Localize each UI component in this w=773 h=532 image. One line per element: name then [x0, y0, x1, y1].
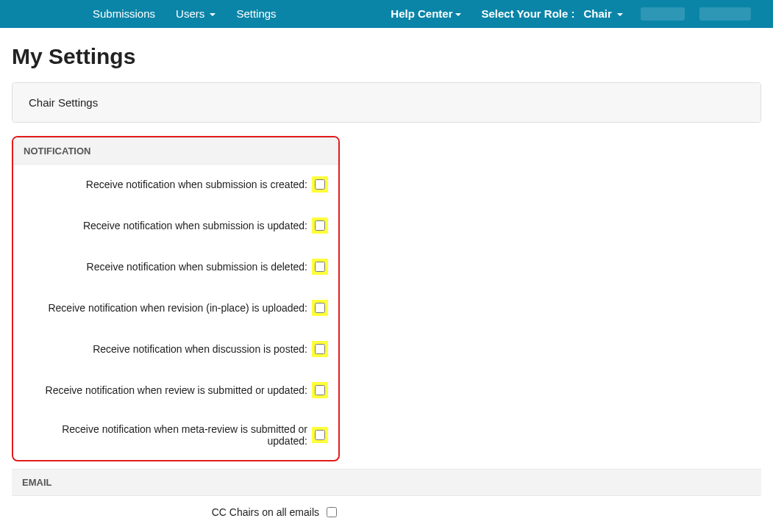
page-title: My Settings: [12, 44, 761, 69]
chevron-down-icon: [455, 13, 461, 16]
navbar: Submissions Users Settings Help Center S…: [0, 0, 773, 28]
nav-users[interactable]: Users: [165, 0, 226, 28]
notification-checkbox-updated[interactable]: [315, 220, 325, 231]
notification-row-deleted: Receive notification when submission is …: [13, 247, 338, 288]
role-label: Select Your Role :: [471, 0, 580, 28]
email-label-cc-chairs: CC Chairs on all emails: [22, 506, 319, 518]
email-section: EMAIL CC Chairs on all emails Show one m…: [12, 469, 761, 532]
notification-label-deleted: Receive notification when submission is …: [87, 261, 307, 273]
checkbox-wrap: [312, 427, 328, 443]
nav-context-2[interactable]: [699, 7, 751, 21]
notification-checkbox-deleted[interactable]: [315, 262, 325, 272]
notification-label-meta-review: Receive notification when meta-review is…: [24, 423, 307, 447]
checkbox-wrap: [327, 507, 337, 517]
email-header: EMAIL: [12, 469, 761, 496]
checkbox-wrap: [312, 176, 328, 193]
notification-checkbox-review[interactable]: [315, 385, 325, 395]
notification-checkbox-discussion[interactable]: [315, 344, 325, 354]
notification-checkbox-revision[interactable]: [315, 303, 325, 313]
notification-section: NOTIFICATION Receive notification when s…: [12, 136, 340, 461]
nav-users-label: Users: [176, 7, 204, 20]
notification-row-revision: Receive notification when revision (in-p…: [13, 288, 338, 329]
role-value: Chair: [583, 7, 611, 20]
notification-row-meta-review: Receive notification when meta-review is…: [13, 411, 338, 460]
nav-submissions-label: Submissions: [93, 7, 155, 20]
navbar-right: Help Center Select Your Role : Chair: [380, 0, 773, 28]
notification-label-review: Receive notification when review is subm…: [46, 384, 307, 396]
checkbox-wrap: [312, 259, 328, 275]
checkbox-wrap: [312, 218, 328, 234]
nav-settings-label: Settings: [236, 7, 276, 20]
notification-header: NOTIFICATION: [13, 137, 338, 165]
nav-help-label: Help Center: [391, 7, 452, 20]
checkbox-wrap: [312, 300, 328, 316]
notification-row-review: Receive notification when review is subm…: [13, 370, 338, 411]
notification-checkbox-meta-review[interactable]: [315, 430, 325, 440]
notification-label-revision: Receive notification when revision (in-p…: [48, 302, 307, 314]
nav-settings[interactable]: Settings: [226, 0, 286, 28]
email-row-bulk-message: Show one message for each bulk emailing: [12, 528, 761, 532]
notification-row-updated: Receive notification when submission is …: [13, 206, 338, 247]
checkbox-wrap: [312, 382, 328, 398]
chevron-down-icon: [210, 13, 215, 16]
email-row-cc-chairs: CC Chairs on all emails: [12, 496, 761, 528]
nav-submissions[interactable]: Submissions: [82, 0, 165, 28]
notification-label-discussion: Receive notification when discussion is …: [93, 343, 307, 355]
page-container: My Settings Chair Settings NOTIFICATION …: [0, 28, 773, 532]
navbar-left: Submissions Users Settings: [0, 0, 287, 28]
email-checkbox-cc-chairs[interactable]: [327, 507, 337, 517]
checkbox-wrap: [312, 341, 328, 357]
chair-settings-panel-title: Chair Settings: [13, 83, 760, 122]
notification-row-discussion: Receive notification when discussion is …: [13, 329, 338, 370]
notification-label-updated: Receive notification when submission is …: [83, 220, 307, 231]
notification-checkbox-created[interactable]: [315, 179, 325, 190]
role-label-text: Select Your Role :: [482, 7, 575, 20]
nav-context-1[interactable]: [641, 7, 685, 21]
notification-label-created: Receive notification when submission is …: [86, 179, 307, 190]
chevron-down-icon: [617, 13, 623, 16]
notification-row-created: Receive notification when submission is …: [13, 165, 338, 206]
role-dropdown[interactable]: Chair: [579, 0, 633, 28]
nav-help-center[interactable]: Help Center: [380, 0, 471, 28]
chair-settings-panel: Chair Settings: [12, 82, 761, 123]
